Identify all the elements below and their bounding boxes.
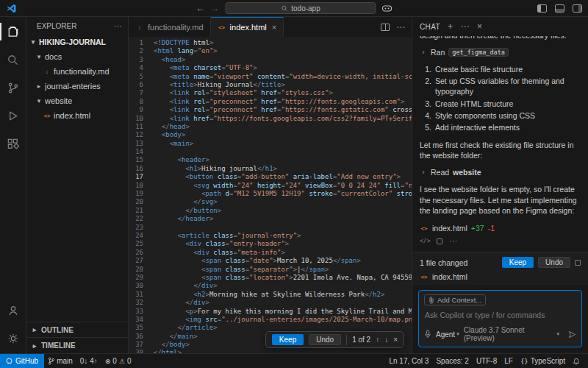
code-line[interactable]: 20 </svg> [129,198,412,206]
code-line[interactable]: 25 <div class="entry-header"> [129,240,412,248]
code-area[interactable]: 1<!DOCTYPE html>2<html lang="en">3 <head… [129,37,412,353]
search-activity-icon[interactable] [0,49,26,70]
keep-all-button[interactable]: Keep [502,257,534,268]
account-icon[interactable] [0,300,26,321]
undo-all-button[interactable]: Undo [538,257,570,268]
code-line[interactable]: 28 <span class="separator">|</span> [129,266,412,274]
open-diff-icon[interactable] [437,238,442,244]
split-editor-icon[interactable] [381,24,390,31]
source-control-activity-icon[interactable] [0,77,26,98]
editor-more-icon[interactable]: ⋯ [396,22,405,32]
tab-index-html[interactable]: <> index.html × [211,17,284,37]
send-icon[interactable] [568,330,576,339]
code-line[interactable]: 3 <head> [129,56,412,64]
sync-indicator[interactable]: 0↓ 4↑ [76,357,101,365]
tool-call-figma[interactable]: › Ran get_figma_data [420,48,581,57]
code-line[interactable]: 16 <h1>Hiking journal</h1> [129,165,412,173]
code-line[interactable]: 14 [129,148,412,156]
code-line[interactable]: 1<!DOCTYPE html> [129,39,412,47]
code-line[interactable]: 18 <svg width="24" height="24" viewBox="… [129,182,412,190]
code-line[interactable]: 30 </div> [129,282,412,290]
model-picker[interactable]: Claude 3.7 Sonnet (Preview) ▾ [464,326,559,342]
code-line[interactable]: 34 <img src="../journal-enteries/images/… [129,316,412,324]
keep-button[interactable]: Keep [272,334,304,345]
mode-picker[interactable]: Agent ▾ [436,330,459,339]
add-context-button[interactable]: Add Context... [424,294,486,305]
timeline-section[interactable]: ▸ TIMELINE [26,338,128,353]
undo-button[interactable]: Undo [309,334,341,345]
remote-indicator[interactable]: GitHub [0,354,44,368]
workspace-root-folder[interactable]: ▾ HIKING-JOURNAL [26,35,128,49]
code-line[interactable]: 5 <meta name="viewport" content="width=d… [129,73,412,81]
code-line[interactable]: 6 <title>Hiking Journal</title> [129,81,412,89]
close-widget-icon[interactable]: × [393,336,398,344]
code-line[interactable]: 32 </div> [129,299,412,307]
tab-functionality-md[interactable]: ↓ functionality.md [129,17,211,37]
code-line[interactable]: 15 <header> [129,156,412,164]
extensions-activity-icon[interactable] [0,133,26,154]
code-line[interactable]: 9 <link rel="preconnect" href="https://f… [129,106,412,114]
run-debug-activity-icon[interactable] [0,105,26,126]
copilot-icon[interactable] [382,4,392,13]
chat-input-box[interactable]: Add Context... Ask Copilot or type / for… [418,290,582,347]
code-line[interactable]: 31 <h2>Morning hike at Skyline Wildernes… [129,291,412,299]
code-line[interactable]: 4 <meta charset="UTF-8"> [129,64,412,72]
code-line[interactable]: 33 <p>For my hike this morning I did the… [129,308,412,316]
toggle-panel-icon[interactable] [555,4,564,13]
toggle-sidebar-icon[interactable] [537,4,547,13]
command-center[interactable]: todo-app [226,2,376,14]
tree-item-functionality-md[interactable]: ↓functionality.md [26,64,128,79]
code-line[interactable]: 7 <link rel="stylesheet" href="styles.cs… [129,89,412,97]
settings-gear-icon[interactable] [0,328,26,349]
code-line[interactable]: 13 <main> [129,140,412,148]
next-change-icon[interactable]: ↓ [384,336,388,344]
close-chat-icon[interactable]: × [477,21,482,32]
cursor-position[interactable]: Ln 17, Col 3 [385,357,432,365]
code-line[interactable]: 24 <article class="journal-entry"> [129,232,412,240]
explorer-activity-icon[interactable] [0,21,26,42]
close-tab-icon[interactable]: × [272,23,276,32]
changed-file-row[interactable]: <> index.html [420,272,581,281]
new-chat-icon[interactable]: + [448,21,453,32]
forward-button[interactable]: → [211,3,220,13]
code-line[interactable]: 11 </head> [129,123,412,131]
tree-item-index-html[interactable]: <>index.html [26,108,128,123]
code-line[interactable]: 19 <path d="M12 5V19M5 12H19" stroke="cu… [129,190,412,198]
previous-change-icon[interactable]: ↑ [376,336,379,344]
code-line[interactable]: 21 </button> [129,207,412,215]
back-button[interactable]: ← [196,3,205,13]
view-changes-icon[interactable] [575,260,581,266]
code-line[interactable]: 27 <span class="date">March 10, 2025</sp… [129,257,412,265]
code-line[interactable]: 2<html lang="en"> [129,47,412,55]
code-line[interactable]: 38</html> [129,349,412,353]
code-line[interactable]: 22 </header> [129,215,412,223]
open-file-icon[interactable]: </> [420,238,430,244]
microphone-icon[interactable] [424,330,431,339]
read-target[interactable]: website [453,168,481,177]
change-more-icon[interactable]: ⋯ [449,236,457,246]
code-line[interactable]: 10 <link href="https://fonts.googleapis.… [129,115,412,123]
tree-item-website[interactable]: ▾website [26,93,128,108]
code-line[interactable]: 26 <div class="meta-info"> [129,249,412,257]
code-line[interactable]: 29 <span class="location">2201 Imola Ave… [129,274,412,282]
encoding[interactable]: UTF-8 [473,357,501,365]
toggle-secondary-sidebar-icon[interactable] [573,4,582,13]
indentation[interactable]: Spaces: 2 [432,357,472,365]
tool-call-read[interactable]: › Read website [420,168,581,177]
problems-indicator[interactable]: ⊗ 0 ⚠ 0 [101,357,135,365]
file-change-row[interactable]: <> index.html +37 -1 [420,224,581,233]
code-line[interactable]: 23 [129,224,412,232]
tree-item-docs[interactable]: ▾docs [26,49,128,64]
chat-more-icon[interactable]: ⋯ [461,21,470,32]
code-line[interactable]: 8 <link rel="preconnect" href="https://f… [129,98,412,106]
code-line[interactable]: 12 <body> [129,131,412,139]
explorer-more-icon[interactable]: ⋯ [114,21,122,31]
notifications-bell-icon[interactable] [569,358,584,365]
eol-indicator[interactable]: LF [501,357,517,365]
language-mode[interactable]: {} TypeScript [517,357,569,365]
chat-messages[interactable]: css files. Use the Theme variable collec… [412,36,588,252]
tree-item-journal-enteries[interactable]: ▸journal-enteries [26,79,128,93]
branch-indicator[interactable]: main [44,357,76,365]
chat-input-placeholder[interactable]: Ask Copilot or type / for commands [425,311,576,319]
outline-section[interactable]: ▸ OUTLINE [26,322,128,338]
